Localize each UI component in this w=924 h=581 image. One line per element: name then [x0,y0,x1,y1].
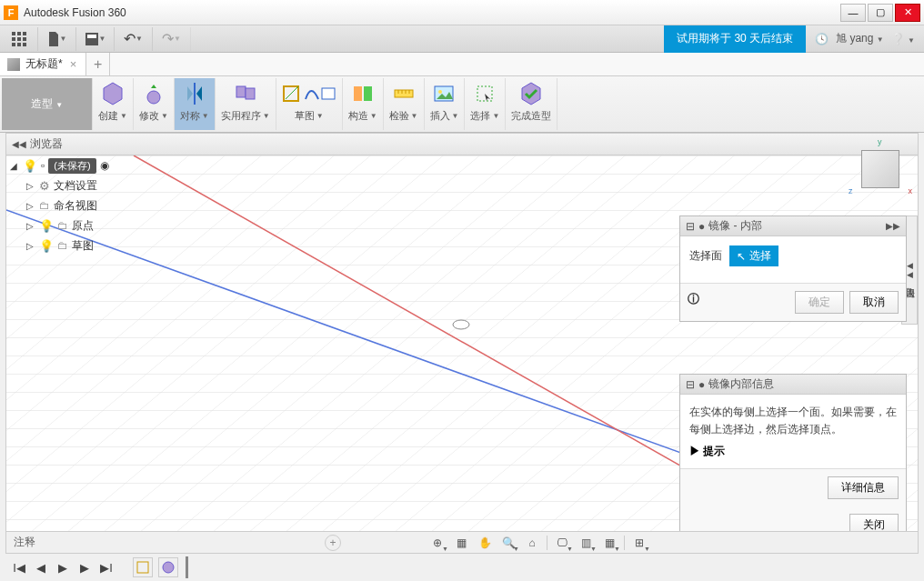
dialog-header[interactable]: ⊟ ● 镜像 - 内部 ▶▶ [680,216,906,236]
utilities-icon [233,80,258,109]
timeline-slider[interactable] [186,556,188,578]
workspace-area: ◀◀ 浏览器 y z x ◢ 💡 ▫ (未保存) ◉ ▷ ⚙ 文档设置 [5,133,919,554]
info-icon[interactable]: ⓘ [688,291,699,314]
file-button[interactable]: ▼ [38,27,76,51]
collapse-icon[interactable]: ⊟ [686,378,695,391]
app-icon: F [4,5,18,20]
user-menu[interactable]: 旭 yang ▼ [836,31,884,46]
redo-button[interactable]: ↷ ▼ [153,27,191,51]
add-comment-button[interactable]: + [325,535,341,551]
expand-icon[interactable]: ▷ [26,201,35,211]
viewcube-face[interactable] [861,150,899,188]
hint-toggle[interactable]: ▶ 提示 [689,444,897,459]
cube-icon [7,58,20,71]
trial-banner[interactable]: 试用期将于 30 天后结束 [664,25,806,53]
timeline-prev-button[interactable]: ◀ [33,559,49,576]
display-icon[interactable]: 🖵▼ [553,535,571,551]
ribbon-symmetry[interactable]: 对称▼ [175,78,216,130]
details-button[interactable]: 详细信息 [828,476,899,499]
help-button[interactable]: ❔ ▼ [891,33,915,45]
collapse-icon[interactable]: ⊟ [686,220,695,233]
face-label: 选择面 [689,248,722,264]
ribbon-create[interactable]: 创建▼ [93,78,134,130]
zoom-icon[interactable]: 🔍▼ [499,535,517,551]
timeline-start-button[interactable]: I◀ [11,559,27,576]
ok-button[interactable]: 确定 [795,291,844,314]
browser-panel: ◢ 💡 ▫ (未保存) ◉ ▷ ⚙ 文档设置 ▷ 🗀 命名视图 ▷ 💡 🗀 原点… [6,155,188,255]
main-toolbar: ▼ ▼ ↶ ▼ ↷ ▼ 试用期将于 30 天后结束 🕓 旭 yang ▼ ❔ ▼ [0,25,924,53]
ribbon-insert[interactable]: 插入▼ [425,78,466,130]
timeline-play-button[interactable]: ▶ [55,559,71,576]
axis-z-label: z [849,186,853,195]
bulb-icon[interactable]: 💡 [39,219,54,233]
svg-rect-32 [137,562,148,573]
browser-title: 浏览器 [30,136,63,152]
timeline-next-button[interactable]: ▶ [76,559,93,576]
tab-document[interactable]: 无标题* × [0,53,86,75]
box-icon [100,80,126,109]
cancel-button[interactable]: 取消 [849,291,899,314]
image-icon [431,80,457,109]
expand-icon[interactable]: ▶▶ [886,221,900,231]
effects-icon[interactable]: ▥▼ [577,535,595,551]
tab-label: 无标题* [25,56,63,72]
ribbon-finish[interactable]: 完成造型 [506,78,557,130]
minimize-icon[interactable]: ● [698,220,705,233]
minimize-icon[interactable]: ● [698,378,705,391]
svg-point-31 [453,320,469,329]
tab-close-icon[interactable]: × [68,57,79,71]
svg-point-25 [438,90,442,94]
data-panel-button[interactable] [0,27,38,51]
timeline-end-button[interactable]: ▶I [98,559,115,576]
svg-rect-10 [87,35,96,38]
dialog-title: 镜像内部信息 [708,376,900,392]
bulb-icon[interactable]: 💡 [39,239,54,253]
close-button[interactable]: ✕ [895,4,920,22]
ribbon-sketch[interactable]: 草图▼ [276,78,343,130]
ribbon-inspect[interactable]: 检验▼ [384,78,425,130]
tree-item-origin[interactable]: ▷ 💡 🗀 原点 [23,215,188,235]
grid-icon[interactable]: ▦▼ [600,535,618,551]
viewcube[interactable]: y z x [849,137,912,201]
orbit-icon[interactable]: ⊕▼ [428,535,447,551]
workspace-switcher[interactable]: 造型 ▼ [2,78,93,130]
collapse-icon[interactable]: ◀◀ [12,139,26,149]
gear-icon: ⚙ [39,179,50,193]
fit-icon[interactable]: ⌂ [523,535,541,551]
svg-rect-19 [395,90,413,97]
expand-icon[interactable]: ▷ [26,221,35,231]
radio-icon[interactable]: ◉ [100,159,109,172]
activity-icon[interactable]: 🕓 [815,33,829,45]
lookat-icon[interactable]: ▦ [452,535,470,551]
item-label: 草图 [72,238,94,254]
root-label: (未保存) [48,158,95,174]
dialog-header[interactable]: ⊟ ● 镜像内部信息 [680,375,906,395]
minimize-button[interactable]: — [840,4,866,22]
maximize-button[interactable]: ▢ [868,4,893,22]
expand-icon[interactable]: ▷ [26,241,35,251]
timeline-feature-body[interactable] [158,557,178,577]
ribbon-construct[interactable]: 构造▼ [343,78,384,130]
ribbon-modify[interactable]: 修改▼ [134,78,175,130]
ribbon-utilities[interactable]: 实用程序▼ [216,78,276,130]
undo-button[interactable]: ↶ ▼ [115,27,153,51]
axis-y-label: y [878,137,882,146]
select-button[interactable]: ↖ 选择 [729,245,778,266]
item-label: 命名视图 [54,198,97,214]
expand-icon[interactable]: ◢ [10,161,19,171]
tree-item-settings[interactable]: ▷ ⚙ 文档设置 [23,175,188,195]
item-label: 文档设置 [54,178,97,194]
tree-root[interactable]: ◢ 💡 ▫ (未保存) ◉ [6,155,188,175]
timeline-feature-sketch[interactable] [133,557,153,577]
tree-item-sketches[interactable]: ▷ 💡 🗀 草图 [23,235,188,255]
info-dialog: ⊟ ● 镜像内部信息 在实体的每侧上选择一个面。如果需要，在每侧上选择边，然后选… [679,374,907,545]
bulb-icon[interactable]: 💡 [23,159,37,173]
svg-point-12 [147,91,160,104]
save-button[interactable]: ▼ [76,27,115,51]
ribbon-select[interactable]: 选择▼ [465,78,506,130]
viewport-icon[interactable]: ⊞▼ [630,535,648,551]
pan-icon[interactable]: ✋ [476,535,494,551]
expand-icon[interactable]: ▷ [26,181,35,191]
tree-item-views[interactable]: ▷ 🗀 命名视图 [23,195,188,215]
tab-add-button[interactable]: + [86,53,110,75]
